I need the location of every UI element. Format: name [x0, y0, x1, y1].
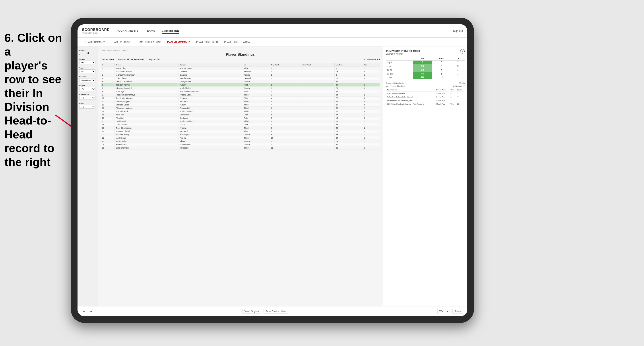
cell-no-rds: 8 — [334, 73, 363, 77]
table-row[interactable]: 13 Phichaksn Maichon Texas A&M Third 6 3… — [101, 107, 380, 110]
table-row[interactable]: 12 Brendan Valles Auburn Third 4 27 0 — [101, 103, 380, 107]
tournament-name: Amer Ari Intercollegiate — [386, 92, 436, 95]
nav-committee[interactable]: COMMITTEE — [162, 28, 179, 34]
cell-rank: 12 — [101, 103, 115, 107]
view-original-button[interactable]: View: Original — [242, 309, 261, 314]
gender-select[interactable]: Men — [79, 61, 96, 64]
cell-no-rds: 19 — [334, 117, 363, 120]
table-row[interactable]: 21 Taehoon Song Washington Fourth 6 23 1 — [101, 133, 380, 136]
h2h-loss-cell: 9 — [432, 64, 451, 68]
table-row[interactable]: 3 Michael Thorbjornsen Stanford Fourth 1… — [101, 73, 380, 77]
cell-player: Bastien Amat — [115, 143, 178, 146]
table-row[interactable]: 25 Cole Sherwood Vanderbilt Third 12 23 … — [101, 146, 380, 150]
subnav-team-h2h-grid[interactable]: TEAM H2H GRID — [108, 39, 133, 45]
cell-win: 0 — [363, 70, 380, 73]
cell-win: 2 — [363, 130, 380, 133]
subnav-player-summary[interactable]: PLAYER SUMMARY — [164, 39, 193, 45]
table-row[interactable]: 24 Bastien Amat New Mexico Fourth 1 27 2 — [101, 143, 380, 146]
sign-out-button[interactable]: Sign out — [453, 29, 463, 32]
subnav-player-h2h-grid[interactable]: PLAYER H2H GRID — [193, 39, 221, 45]
cell-rank: 1 — [101, 67, 115, 70]
table-row[interactable]: 11 Gordon Sargent Vanderbilt Third 4 21 … — [101, 100, 380, 103]
cell-reg-rank: 1 — [270, 143, 301, 146]
cell-reg-rank: 5 — [270, 113, 301, 117]
cell-win: 1 — [363, 107, 380, 110]
table-row[interactable]: 18 Luke Powell UCLA First 9 24 1 — [101, 123, 380, 127]
table-row[interactable]: 2 Michael La Sasso Ole Miss Second 1 18 … — [101, 70, 380, 73]
cell-no-rds: 24 — [334, 136, 363, 140]
cell-reg-rank: 6 — [270, 133, 301, 136]
player-select[interactable]: (All) — [79, 105, 96, 109]
h2h-close-button[interactable]: ✕ — [460, 49, 464, 53]
no-rds-slider[interactable] — [79, 53, 96, 53]
tournament-row: Amer Ari Intercollegiate Stroke Play 4 -… — [386, 92, 464, 95]
h2h-player: Jackson Koivun — [386, 52, 420, 55]
filter-row: Gender: Men Division: NCAA Division I Re… — [101, 58, 380, 61]
cell-player: Cole Sherwood — [115, 146, 178, 150]
h2h-win-cell: 20 — [413, 64, 432, 68]
division-select[interactable]: NCAA Division I — [79, 78, 96, 82]
cell-reg-rank: 9 — [270, 130, 301, 133]
table-row[interactable]: 1 Wenyi Ding Arizona State First 1 8 1 — [101, 67, 380, 70]
h2h-win-cell: 578 — [413, 76, 432, 79]
cell-win: 1 — [363, 146, 380, 150]
cell-no-rds: 24 — [334, 140, 363, 143]
table-row[interactable]: 16 Alex Goff Kentucky Fifth 8 19 0 — [101, 117, 380, 120]
top-nav: SCOREBOARD Powered by clippi TOURNAMENTS… — [78, 24, 467, 38]
cell-reg-rank: 8 — [270, 117, 301, 120]
cell-school: Stanford — [178, 73, 243, 77]
table-row[interactable]: 6 Jackson Koivun Auburn First 1 27 1 — [101, 83, 380, 87]
table-row[interactable]: 17 David Ford North Carolina Third 8 21 … — [101, 120, 380, 123]
table-row[interactable]: 22 Ian Gilligan Florida Third 10 24 1 — [101, 136, 380, 140]
table-row[interactable]: 15 Jake Hall Tennessee Fifth 5 24 1 — [101, 113, 380, 117]
cell-rank: 23 — [101, 140, 115, 143]
cell-school: Vanderbilt — [178, 100, 243, 103]
year-select[interactable]: (All) — [79, 69, 96, 73]
cell-rank: 19 — [101, 127, 115, 130]
event-type: Stroke Play — [436, 95, 450, 99]
cell-conf-rank — [301, 117, 334, 120]
share-button[interactable]: Share — [452, 309, 463, 314]
cell-win: 2 — [363, 77, 380, 80]
redo-button[interactable]: ↪ — [88, 309, 93, 314]
table-row[interactable]: 10 Jacob Mior-Olesen Arkansas Fifth 4 23… — [101, 97, 380, 100]
cell-school: Vanderbilt — [178, 130, 243, 133]
table-row[interactable]: 5 Christo Lamprecht Georgia Tech Fourth … — [101, 80, 380, 83]
table-row[interactable]: 4 Luke Claton Florida State Second 1 27 … — [101, 77, 380, 80]
h2h-win-cell: 8 — [413, 61, 432, 65]
table-row[interactable]: 14 Maxwell Ford North Carolina Third 5 2… — [101, 110, 380, 113]
watch-button[interactable]: Watch ▾ — [438, 309, 450, 314]
table-row[interactable]: 7 Nicholas Gabrelcik North Florida Fourt… — [101, 87, 380, 90]
cell-no-rds: 27 — [334, 143, 363, 146]
region-select[interactable]: N/A — [79, 87, 96, 91]
instruction-line3: their In Division — [4, 87, 49, 113]
cell-school: Kentucky — [178, 117, 243, 120]
logo-title: SCOREBOARD — [82, 28, 110, 32]
bottom-toolbar: ↩ ↪ View: Original Save Custom View Watc… — [78, 306, 467, 316]
cell-conf-rank — [301, 146, 334, 150]
nav-teams[interactable]: TEAMS — [145, 28, 155, 34]
subnav-team-summary[interactable]: TEAM SUMMARY — [82, 39, 108, 45]
table-row[interactable]: 8 Mats Ege East Tennessee State Fifth 1 … — [101, 90, 380, 93]
table-row[interactable]: 19 Tiger Christensen Arizona Third 8 23 … — [101, 127, 380, 130]
conference-select[interactable]: (All) — [79, 96, 96, 100]
undo-button[interactable]: ↩ — [82, 309, 86, 314]
wlt-value: 674 - 33 - 12 — [453, 85, 464, 87]
save-custom-button[interactable]: Save Custom View — [264, 309, 288, 314]
tournament-col: Tournament — [386, 88, 436, 92]
cell-reg-rank: 6 — [270, 107, 301, 110]
subnav-player-h2h-heatmap[interactable]: PLAYER H2H HEATMAP — [221, 39, 254, 45]
table-row[interactable]: 23 Jack Lundin Missouri Fourth 11 24 1 — [101, 140, 380, 143]
cell-no-rds: 23 — [334, 110, 363, 113]
table-row[interactable]: 20 Matthew Riedel Vanderbilt Fifth 9 24 … — [101, 130, 380, 133]
cell-conf-rank — [301, 113, 334, 117]
cell-yr: Third — [243, 146, 270, 150]
cell-no-rds: 27 — [334, 103, 363, 107]
cell-no-rds: 23 — [334, 133, 363, 136]
subnav-team-h2h-heatmap[interactable]: TEAM H2H HEATMAP — [133, 39, 164, 45]
no-rds-label: No Rds. — [79, 50, 96, 52]
nav-tournaments[interactable]: TOURNAMENTS — [116, 28, 139, 34]
cell-rank: 6 — [101, 83, 115, 87]
h2h-row: 26-50 22 4 1 — [386, 68, 464, 72]
table-row[interactable]: 9 Preston Summerhays Arizona State Third… — [101, 93, 380, 97]
